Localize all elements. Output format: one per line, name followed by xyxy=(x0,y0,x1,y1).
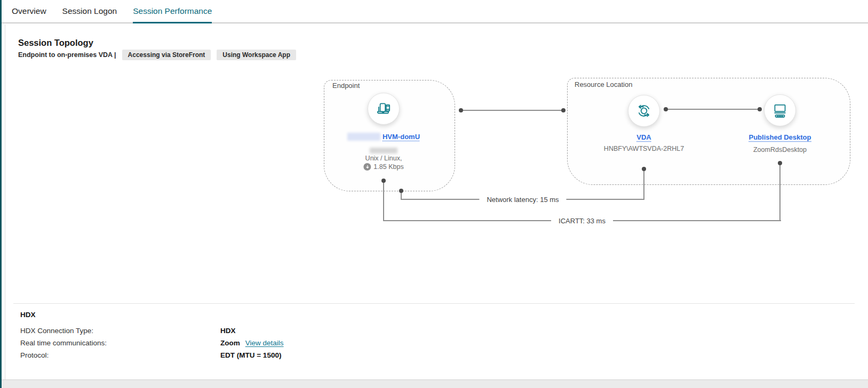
endpoint-bandwidth-row: 1.85 Kbps xyxy=(363,163,403,171)
connector-dot xyxy=(778,161,782,165)
latency-line-segment xyxy=(643,169,644,200)
connector-dot xyxy=(381,179,386,183)
network-latency-label: Network latency: 15 ms xyxy=(479,196,566,204)
connector-vda-desktop xyxy=(666,109,760,110)
rtc-label: Real time communications: xyxy=(20,339,107,347)
published-desktop-link[interactable]: Published Desktop xyxy=(748,133,811,141)
connector-endpoint-resource xyxy=(461,110,563,111)
endpoint-bandwidth: 1.85 Kbps xyxy=(373,163,403,171)
connector-dot xyxy=(664,107,668,111)
badge-storefront: Accessing via StoreFront xyxy=(122,50,211,60)
tab-session-logon[interactable]: Session Logon xyxy=(62,0,117,22)
desktop-icon xyxy=(771,101,789,119)
vda-node[interactable] xyxy=(628,95,660,127)
view-details-link[interactable]: View details xyxy=(245,339,284,347)
topology-subtitle: Endpoint to on-premises VDA | xyxy=(18,51,116,59)
endpoint-name-link[interactable]: HVM-domU xyxy=(383,133,420,141)
section-divider xyxy=(13,303,855,304)
published-desktop-name: ZoomRdsDesktop xyxy=(753,146,807,153)
topology-subtitle-row: Endpoint to on-premises VDA | Accessing … xyxy=(18,50,296,60)
redacted-text xyxy=(370,148,397,153)
badge-workspace-app: Using Workspace App xyxy=(217,50,296,60)
hdx-section-heading: HDX xyxy=(20,311,36,319)
rtc-value-row: Zoom View details xyxy=(220,339,284,347)
connector-dot xyxy=(399,189,403,193)
hdx-connection-type-label: HDX Connection Type: xyxy=(20,327,93,335)
connector-dot xyxy=(642,167,646,171)
page-background-strip xyxy=(0,379,868,388)
page-title: Session Topology xyxy=(18,38,93,48)
endpoint-box-label: Endpoint xyxy=(332,82,360,90)
content-card-border xyxy=(5,25,5,379)
endpoint-node[interactable] xyxy=(368,93,400,125)
left-accent-bar xyxy=(0,0,2,388)
devices-icon xyxy=(375,100,393,118)
sync-icon xyxy=(635,102,653,120)
endpoint-name-row: HVM-domU xyxy=(347,133,420,141)
redacted-text xyxy=(347,133,380,141)
tab-session-performance[interactable]: Session Performance xyxy=(133,0,212,22)
hdx-connection-type-value: HDX xyxy=(220,327,236,335)
tab-bar: Overview Session Logon Session Performan… xyxy=(0,0,868,23)
download-icon xyxy=(363,163,371,171)
resource-location-box xyxy=(567,78,850,185)
protocol-label: Protocol: xyxy=(20,351,49,359)
resource-location-box-label: Resource Location xyxy=(575,80,632,88)
connector-dot xyxy=(561,108,566,112)
connector-dot xyxy=(758,107,762,111)
icartt-line-segment xyxy=(779,163,781,221)
vda-link[interactable]: VDA xyxy=(636,133,651,141)
tab-overview[interactable]: Overview xyxy=(12,0,46,22)
icartt-line-segment xyxy=(383,181,384,221)
endpoint-os: Unix / Linux, xyxy=(365,155,402,162)
protocol-value: EDT (MTU = 1500) xyxy=(220,351,281,359)
published-desktop-node[interactable] xyxy=(764,94,796,126)
rtc-value: Zoom xyxy=(220,339,240,347)
icartt-label: ICARTT: 33 ms xyxy=(551,217,613,225)
connector-dot xyxy=(459,108,463,112)
vda-machine-name: HNBFY\AWTSVDA-2RHL7 xyxy=(604,145,684,152)
